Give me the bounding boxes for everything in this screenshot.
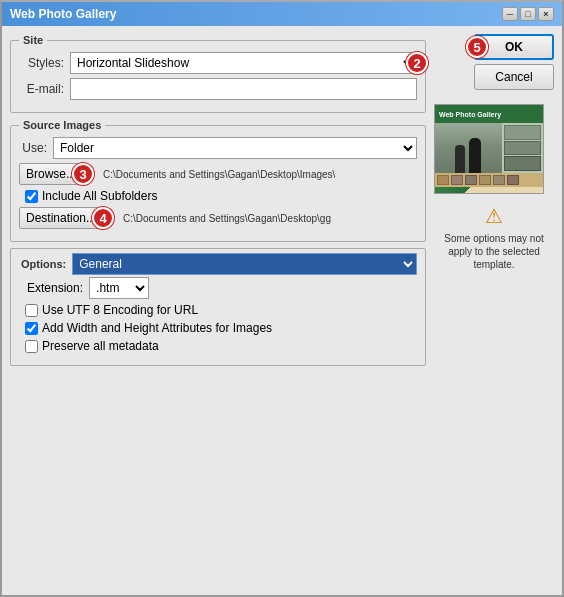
- footer-thumb-1: [437, 175, 449, 185]
- silhouette-2: [469, 138, 481, 173]
- footer-thumb-3: [465, 175, 477, 185]
- badge-number-2: 2: [406, 52, 428, 74]
- include-subfolders-checkbox[interactable]: [25, 190, 38, 203]
- styles-label: Styles:: [19, 56, 64, 70]
- email-input[interactable]: [70, 78, 417, 100]
- source-images-section: Source Images Use: Folder Selected Image…: [10, 119, 426, 242]
- warning-area: ⚠ Some options may not apply to the sele…: [434, 204, 554, 271]
- badge-3-container: 3: [76, 163, 94, 185]
- preview-header-text: Web Photo Gallery: [439, 111, 501, 118]
- badge-5-container: 5: [470, 36, 488, 58]
- styles-row: Styles: Horizontal Slideshow Vertical Sl…: [19, 52, 417, 74]
- preview-header-bar: Web Photo Gallery: [435, 105, 543, 123]
- footer-thumb-5: [493, 175, 505, 185]
- destination-button[interactable]: Destination...: [19, 207, 103, 229]
- dialog-body: Site Styles: Horizontal Slideshow Vertic…: [2, 26, 562, 595]
- footer-thumb-6: [507, 175, 519, 185]
- destination-row: Destination... 4 C:\Documents and Settin…: [19, 207, 417, 229]
- browse-badge-container: Browse... 3: [19, 163, 83, 185]
- utf8-row: Use UTF 8 Encoding for URL: [25, 303, 417, 317]
- preserve-metadata-row: Preserve all metadata: [25, 339, 417, 353]
- preview-image: Web Photo Gallery: [434, 104, 544, 194]
- badge-number-4: 4: [92, 207, 114, 229]
- window-title: Web Photo Gallery: [10, 7, 116, 21]
- styles-select-container: Horizontal Slideshow Vertical Slideshow …: [70, 52, 417, 74]
- email-label: E-mail:: [19, 82, 64, 96]
- spacer: [10, 372, 426, 587]
- include-subfolders-label: Include All Subfolders: [42, 189, 157, 203]
- browse-row: Browse... 3 C:\Documents and Settings\Ga…: [19, 163, 417, 185]
- right-buttons: OK 5 Cancel: [434, 34, 554, 90]
- source-images-legend: Source Images: [19, 119, 105, 131]
- cancel-button[interactable]: Cancel: [474, 64, 554, 90]
- use-select[interactable]: Folder Selected Images: [53, 137, 417, 159]
- cancel-label: Cancel: [495, 70, 532, 84]
- preserve-metadata-label: Preserve all metadata: [42, 339, 159, 353]
- dialog-window: Web Photo Gallery ─ □ × Site Styles: Hor…: [0, 0, 564, 597]
- maximize-button[interactable]: □: [520, 7, 536, 21]
- browse-label: Browse...: [26, 167, 76, 181]
- preview-thumb-3: [504, 156, 541, 171]
- ok-button-container: OK 5: [434, 34, 554, 60]
- destination-label: Destination...: [26, 211, 96, 225]
- badge-number-3: 3: [72, 163, 94, 185]
- preview-thumb-1: [504, 125, 541, 140]
- width-height-row: Add Width and Height Attributes for Imag…: [25, 321, 417, 335]
- width-height-checkbox[interactable]: [25, 322, 38, 335]
- subfolders-row: Include All Subfolders: [25, 189, 417, 203]
- cancel-button-container: Cancel: [434, 64, 554, 90]
- utf8-label: Use UTF 8 Encoding for URL: [42, 303, 198, 317]
- site-section: Site Styles: Horizontal Slideshow Vertic…: [10, 34, 426, 113]
- badge-4-container: 4: [96, 207, 114, 229]
- extension-label: Extension:: [27, 281, 83, 295]
- title-bar: Web Photo Gallery ─ □ ×: [2, 2, 562, 26]
- warning-icon: ⚠: [485, 204, 503, 228]
- preserve-metadata-checkbox[interactable]: [25, 340, 38, 353]
- left-panel: Site Styles: Horizontal Slideshow Vertic…: [10, 34, 426, 587]
- warning-text: Some options may not apply to the select…: [434, 232, 554, 271]
- width-height-label: Add Width and Height Attributes for Imag…: [42, 321, 272, 335]
- preview-content-area: [435, 123, 543, 173]
- options-legend: Options:: [19, 258, 68, 270]
- close-button[interactable]: ×: [538, 7, 554, 21]
- ok-label: OK: [505, 40, 523, 54]
- use-label: Use:: [19, 141, 47, 155]
- title-bar-buttons: ─ □ ×: [502, 7, 554, 21]
- badge-number-5: 5: [466, 36, 488, 58]
- site-legend: Site: [19, 34, 47, 46]
- options-section: Options: General Banner Large Images Thu…: [10, 248, 426, 366]
- preview-photo-bg: [435, 123, 502, 173]
- destination-badge-container: Destination... 4: [19, 207, 103, 229]
- preview-thumb-2: [504, 141, 541, 156]
- preview-silhouette: [455, 138, 481, 173]
- preview-main-photo: [435, 123, 502, 173]
- badge-2: 2: [410, 52, 428, 74]
- silhouette-1: [455, 145, 465, 173]
- extension-row: Extension: .htm .html: [19, 277, 417, 299]
- email-row: E-mail:: [19, 78, 417, 100]
- footer-thumb-2: [451, 175, 463, 185]
- footer-thumb-4: [479, 175, 491, 185]
- options-row: Options: General Banner Large Images Thu…: [19, 253, 417, 275]
- preview-thumbnails: [502, 123, 543, 173]
- extension-select[interactable]: .htm .html: [89, 277, 149, 299]
- use-row: Use: Folder Selected Images: [19, 137, 417, 159]
- options-select[interactable]: General Banner Large Images Thumbnails C…: [72, 253, 417, 275]
- utf8-checkbox[interactable]: [25, 304, 38, 317]
- preview-footer: [435, 173, 543, 187]
- styles-select[interactable]: Horizontal Slideshow Vertical Slideshow …: [70, 52, 417, 74]
- minimize-button[interactable]: ─: [502, 7, 518, 21]
- right-panel: OK 5 Cancel Web Photo Gallery: [434, 34, 554, 587]
- destination-path: C:\Documents and Settings\Gagan\Desktop\…: [123, 213, 417, 224]
- preview-inner: Web Photo Gallery: [435, 105, 543, 193]
- browse-path: C:\Documents and Settings\Gagan\Desktop\…: [103, 169, 335, 180]
